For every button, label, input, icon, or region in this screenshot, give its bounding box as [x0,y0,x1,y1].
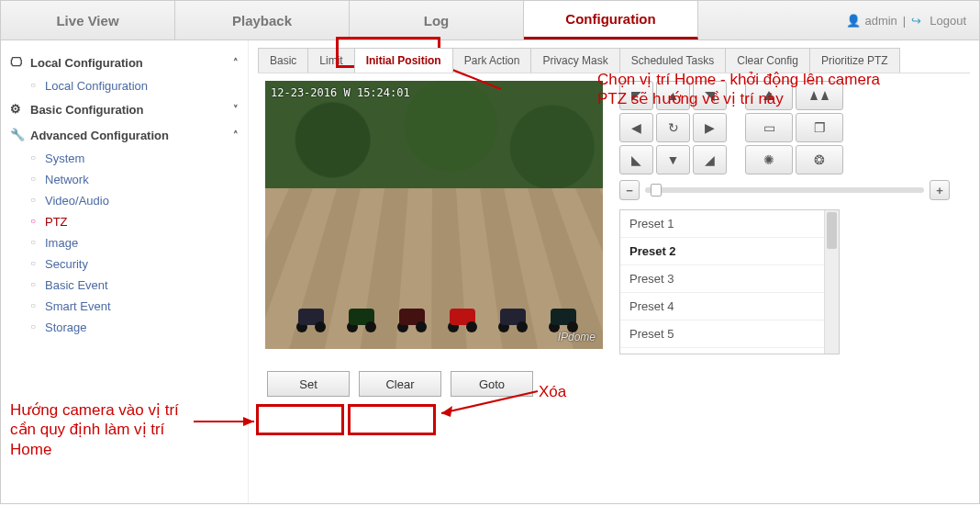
top-nav: Live View Playback Log Configuration adm… [0,0,980,40]
subtab-prioritize-ptz[interactable]: Prioritize PTZ [809,48,900,73]
tab-live-view[interactable]: Live View [1,1,175,39]
sidebar-section-local[interactable]: Local Configuration ˄ [6,50,242,75]
tab-playback[interactable]: Playback [175,1,350,39]
sidebar-item-basic-event[interactable]: Basic Event [30,275,242,296]
sidebar-item-storage[interactable]: Storage [30,317,242,338]
sidebar-item-network[interactable]: Network [30,169,242,190]
subtab-initial-position[interactable]: Initial Position [354,48,453,73]
chevron-up-icon: ˄ [233,129,239,141]
sidebar-item-system[interactable]: System [30,148,242,169]
ptz-focus-near[interactable]: ▭ [745,113,793,142]
subtab-park-action[interactable]: Park Action [452,48,532,73]
ptz-down-right[interactable]: ◢ [693,145,727,174]
scrollbar[interactable] [824,210,839,354]
ptz-iris-close[interactable]: ❂ [796,145,843,174]
set-button[interactable]: Set [267,371,350,397]
subtab-limit[interactable]: Limit [307,48,354,73]
chevron-up-icon: ˄ [233,57,239,69]
preset-item[interactable]: Preset 4 [620,293,839,320]
annotation-box [348,404,436,435]
ptz-iris-open[interactable]: ✺ [745,145,793,174]
ptz-up[interactable]: ▲ [656,81,690,110]
speed-plus[interactable]: + [930,180,950,200]
content: Basic Limit Initial Position Park Action… [249,40,979,503]
user-icon [846,14,859,27]
video-preview[interactable]: 12-23-2016 W 15:24:01 IPdome [265,81,603,349]
sidebar-item-smart-event[interactable]: Smart Event [30,296,242,317]
annotation-box [256,404,344,435]
wrench-icon [10,128,25,142]
user-name: admin [864,14,896,28]
logout-link[interactable]: Logout [930,14,966,28]
ptz-down-left[interactable]: ◣ [619,145,653,174]
user-area: admin | Logout [846,14,979,28]
sidebar-section-label: Advanced Configuration [30,129,169,142]
sidebar-section-advanced[interactable]: Advanced Configuration ˄ [6,122,242,148]
sidebar: Local Configuration ˄ Local Configuratio… [1,40,249,503]
ptz-panel: ◤ ▲ ◥ ◀ ↻ ▶ ▭ ❐ ◣ ▼ ◢ ✺ [619,81,950,354]
sidebar-section-label: Basic Configuration [30,103,144,117]
speed-slider[interactable] [645,187,924,193]
subtabs: Basic Limit Initial Position Park Action… [258,48,970,73]
preset-item[interactable]: Preset 3 [620,265,839,293]
clear-button[interactable]: Clear [359,371,441,397]
sidebar-section-label: Local Configuration [30,56,143,70]
tab-log[interactable]: Log [350,1,524,39]
preset-item[interactable]: Preset 2 [620,238,839,265]
screen-icon [10,55,25,70]
ptz-up-right[interactable]: ◥ [693,81,727,110]
ptz-right[interactable]: ▶ [693,113,727,142]
slider-thumb[interactable] [651,184,662,197]
logout-icon[interactable] [911,14,924,27]
ptz-left[interactable]: ◀ [619,113,653,142]
subtab-basic[interactable]: Basic [258,48,308,73]
ptz-zoom-in[interactable] [745,81,793,110]
separator: | [903,14,906,28]
subtab-clear-config[interactable]: Clear Config [725,48,810,73]
svg-marker-3 [441,406,452,417]
ptz-zoom-out[interactable] [796,81,843,110]
ptz-down[interactable]: ▼ [656,145,690,174]
sidebar-item-security[interactable]: Security [30,253,242,275]
goto-button[interactable]: Goto [451,371,533,397]
gear-icon [10,102,25,117]
preset-list: Preset 1 Preset 2 Preset 3 Preset 4 Pres… [619,209,840,354]
sidebar-item-video-audio[interactable]: Video/Audio [30,190,242,211]
chevron-down-icon: ˅ [233,104,239,116]
subtab-scheduled-tasks[interactable]: Scheduled Tasks [619,48,727,73]
ptz-auto[interactable]: ↻ [656,113,690,142]
sidebar-item-local-configuration[interactable]: Local Configuration [30,75,242,96]
preset-item[interactable]: Preset 5 [620,320,839,348]
ptz-up-left[interactable]: ◤ [619,81,653,110]
subtab-privacy-mask[interactable]: Privacy Mask [530,48,619,73]
video-brand: IPdome [558,331,596,343]
video-timestamp: 12-23-2016 W 15:24:01 [271,86,410,99]
preset-item[interactable]: Preset 1 [620,210,839,238]
ptz-focus-far[interactable]: ❐ [796,113,843,142]
speed-minus[interactable]: − [619,180,640,200]
sidebar-item-ptz[interactable]: PTZ [30,211,242,232]
sidebar-item-image[interactable]: Image [30,232,242,253]
sidebar-section-basic[interactable]: Basic Configuration ˅ [6,96,242,122]
tab-configuration[interactable]: Configuration [524,1,698,39]
